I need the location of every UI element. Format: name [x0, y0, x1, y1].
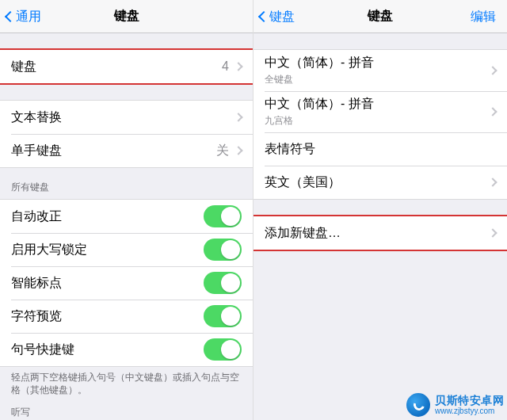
- page-title: 键盘: [114, 8, 139, 25]
- section-header-dictation: 听写: [0, 399, 253, 420]
- back-label: 键盘: [269, 9, 295, 25]
- keyboard-title: 英文（美国）: [265, 174, 490, 191]
- chevron-right-icon: [234, 146, 242, 155]
- group-add-keyboard: 添加新键盘…: [254, 216, 507, 250]
- keyboard-title: 中文（简体）- 拼音: [265, 96, 490, 113]
- toggle-auto-correct[interactable]: [204, 205, 242, 227]
- watermark-name: 贝斯特安卓网: [435, 395, 504, 406]
- row-label: 键盘: [11, 59, 222, 75]
- group-toggles: 自动改正 启用大写锁定 智能标点 字符预览 句号快捷键: [0, 199, 253, 367]
- period-shortcut-note: 轻点两下空格键插入句号（中文键盘）或插入句点与空格（其他键盘）。: [0, 367, 253, 399]
- toggle-period-shortcut[interactable]: [204, 338, 242, 361]
- keyboard-subtitle: 全键盘: [265, 73, 490, 86]
- page-title: 键盘: [368, 8, 393, 25]
- screen-keyboard-list: 键盘 键盘 编辑 中文（简体）- 拼音 全键盘 中文（简体）- 拼音 九宫格: [254, 0, 507, 420]
- chevron-right-icon: [234, 62, 242, 71]
- one-handed-value: 关: [216, 143, 229, 159]
- watermark-url: www.zjbstyy.com: [435, 407, 504, 415]
- navbar: 键盘 键盘 编辑: [254, 0, 507, 33]
- screen-keyboard-settings: 通用 键盘 键盘 4 文本替换 单手键盘 关 所有键盘: [0, 0, 254, 420]
- keyboard-title: 表情符号: [265, 141, 496, 158]
- back-label: 通用: [16, 9, 41, 25]
- row-smart-punctuation: 智能标点: [0, 266, 253, 300]
- chevron-left-icon: [5, 11, 16, 22]
- group-text: 文本替换 单手键盘 关: [0, 100, 253, 168]
- row-period-shortcut: 句号快捷键: [0, 333, 253, 366]
- edit-button[interactable]: 编辑: [466, 0, 501, 33]
- watermark-logo-icon: [406, 393, 430, 417]
- chevron-right-icon: [488, 178, 497, 186]
- row-keyboards[interactable]: 键盘 4: [0, 50, 253, 83]
- keyboard-subtitle: 九宫格: [265, 114, 490, 128]
- section-header-all-keyboards: 所有键盘: [0, 168, 253, 199]
- row-label: 启用大写锁定: [11, 242, 204, 258]
- back-to-general[interactable]: 通用: [2, 0, 46, 33]
- chevron-right-icon: [234, 113, 242, 121]
- row-label: 自动改正: [11, 208, 204, 225]
- back-to-keyboard[interactable]: 键盘: [255, 0, 299, 33]
- group-keyboards: 键盘 4: [0, 49, 253, 84]
- toggle-caps-lock[interactable]: [204, 239, 242, 261]
- row-label: 智能标点: [11, 275, 204, 292]
- row-keyboard-item[interactable]: 中文（简体）- 拼音 全键盘: [254, 50, 507, 91]
- chevron-right-icon: [488, 66, 497, 74]
- row-auto-correct: 自动改正: [0, 200, 253, 233]
- chevron-right-icon: [488, 228, 497, 237]
- keyboards-count: 4: [222, 59, 229, 74]
- row-add-new-keyboard[interactable]: 添加新键盘…: [254, 216, 507, 250]
- row-label: 单手键盘: [11, 143, 216, 159]
- row-label: 句号快捷键: [11, 342, 204, 358]
- row-one-handed-keyboard[interactable]: 单手键盘 关: [0, 134, 253, 167]
- row-keyboard-item[interactable]: 表情符号: [254, 132, 507, 166]
- row-caps-lock: 启用大写锁定: [0, 233, 253, 266]
- row-text-replacement[interactable]: 文本替换: [0, 101, 253, 134]
- keyboard-title: 中文（简体）- 拼音: [265, 55, 490, 71]
- group-keyboard-list: 中文（简体）- 拼音 全键盘 中文（简体）- 拼音 九宫格 表情符号 英文（美国…: [254, 49, 507, 200]
- row-character-preview: 字符预览: [0, 300, 253, 333]
- toggle-smart-punctuation[interactable]: [204, 272, 242, 294]
- row-keyboard-item[interactable]: 英文（美国）: [254, 166, 507, 199]
- row-keyboard-item[interactable]: 中文（简体）- 拼音 九宫格: [254, 91, 507, 132]
- navbar: 通用 键盘: [0, 0, 253, 33]
- toggle-character-preview[interactable]: [204, 305, 242, 327]
- row-label: 添加新键盘…: [265, 225, 490, 242]
- watermark: 贝斯特安卓网 www.zjbstyy.com: [406, 393, 504, 417]
- row-label: 文本替换: [11, 109, 235, 126]
- chevron-left-icon: [258, 11, 269, 22]
- chevron-right-icon: [488, 107, 497, 116]
- row-label: 字符预览: [11, 308, 204, 325]
